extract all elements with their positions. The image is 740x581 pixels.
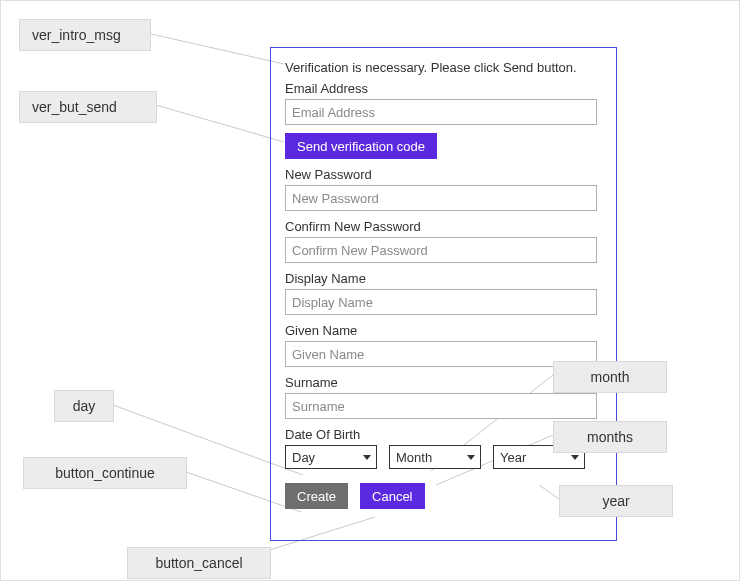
annotation-months: months <box>553 421 667 453</box>
chevron-down-icon <box>358 446 376 468</box>
send-verification-button[interactable]: Send verification code <box>285 133 437 159</box>
svg-line-1 <box>156 105 284 142</box>
new-password-input[interactable] <box>285 185 597 211</box>
email-input[interactable] <box>285 99 597 125</box>
display-name-label: Display Name <box>285 271 602 286</box>
annotation-year: year <box>559 485 673 517</box>
new-password-field-group: New Password <box>285 167 602 211</box>
verification-intro-message: Verification is necessary. Please click … <box>285 60 602 75</box>
form-action-row: Create Cancel <box>285 483 602 509</box>
display-name-input[interactable] <box>285 289 597 315</box>
annotation-month: month <box>553 361 667 393</box>
confirm-password-field-group: Confirm New Password <box>285 219 602 263</box>
send-button-wrapper: Send verification code <box>285 133 602 159</box>
annotation-ver-but-send: ver_but_send <box>19 91 157 123</box>
display-name-field-group: Display Name <box>285 271 602 315</box>
signup-form-panel: Verification is necessary. Please click … <box>270 47 617 541</box>
new-password-label: New Password <box>285 167 602 182</box>
annotation-button-cancel: button_cancel <box>127 547 271 579</box>
surname-input[interactable] <box>285 393 597 419</box>
given-name-input[interactable] <box>285 341 597 367</box>
cancel-button[interactable]: Cancel <box>360 483 424 509</box>
canvas: Verification is necessary. Please click … <box>0 0 740 581</box>
create-button[interactable]: Create <box>285 483 348 509</box>
email-label: Email Address <box>285 81 602 96</box>
dob-month-select[interactable]: Month <box>389 445 481 469</box>
svg-line-0 <box>151 34 284 64</box>
annotation-day: day <box>54 390 114 422</box>
annotation-button-continue: button_continue <box>23 457 187 489</box>
dob-year-value: Year <box>500 450 526 465</box>
email-field-group: Email Address <box>285 81 602 125</box>
confirm-password-label: Confirm New Password <box>285 219 602 234</box>
confirm-password-input[interactable] <box>285 237 597 263</box>
annotation-ver-intro-msg: ver_intro_msg <box>19 19 151 51</box>
given-name-label: Given Name <box>285 323 602 338</box>
dob-day-value: Day <box>292 450 315 465</box>
chevron-down-icon <box>462 446 480 468</box>
dob-month-value: Month <box>396 450 432 465</box>
dob-day-select[interactable]: Day <box>285 445 377 469</box>
